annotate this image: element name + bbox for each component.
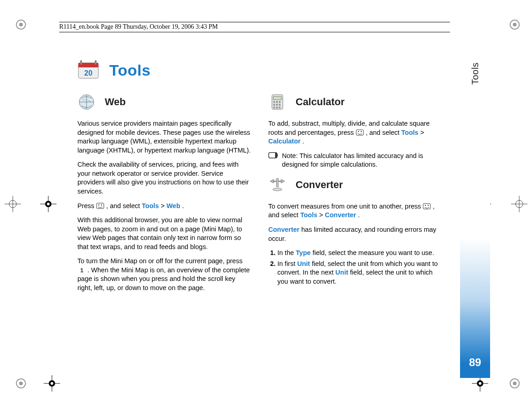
svg-point-29 xyxy=(479,382,481,385)
converter-icon xyxy=(268,176,286,194)
calculator-icon xyxy=(268,93,286,111)
right-column: Calculator To add, substract, multiply, … xyxy=(268,93,442,298)
svg-point-52 xyxy=(358,131,359,132)
converter-steps: In the Type field, select the measure yo… xyxy=(268,249,442,286)
link-calculator: Calculator xyxy=(268,138,301,145)
side-tab: Tools 89 xyxy=(460,27,490,378)
crop-mark-icon xyxy=(511,196,527,212)
menu-key-icon xyxy=(423,203,431,209)
svg-point-37 xyxy=(98,204,99,205)
svg-rect-44 xyxy=(279,101,281,103)
svg-rect-49 xyxy=(276,107,278,108)
link-web: Web xyxy=(166,202,180,209)
converter-step-1: In the Type field, select the measure yo… xyxy=(277,249,442,258)
svg-point-53 xyxy=(361,131,362,132)
link-tools: Tools xyxy=(142,202,159,209)
svg-point-25 xyxy=(51,382,53,385)
svg-marker-57 xyxy=(270,179,274,183)
converter-step-2: In first Unit field, select the unit fro… xyxy=(277,260,442,286)
svg-rect-32 xyxy=(80,60,82,65)
crop-mark-icon xyxy=(13,375,29,392)
side-tab-label: Tools xyxy=(470,62,481,85)
page-title: Tools xyxy=(109,61,151,79)
web-p1: Various service providers maintain pages… xyxy=(77,119,251,155)
svg-rect-47 xyxy=(279,104,281,106)
svg-point-7 xyxy=(513,382,517,385)
converter-p2: Converter has limited accuracy, and roun… xyxy=(268,225,442,243)
crop-mark-icon xyxy=(506,375,523,392)
web-p3: Press , and select Tools > Web . xyxy=(77,202,251,211)
svg-rect-56 xyxy=(276,178,278,187)
web-p5: To turn the Mini Map on or off for the c… xyxy=(77,257,251,292)
svg-point-59 xyxy=(273,188,282,191)
svg-point-61 xyxy=(425,205,426,206)
svg-point-62 xyxy=(428,205,429,206)
svg-rect-41 xyxy=(273,97,281,100)
calculator-note: Note: This calculator has limited accura… xyxy=(268,152,442,169)
svg-rect-42 xyxy=(273,101,275,103)
svg-point-3 xyxy=(513,23,517,26)
svg-rect-45 xyxy=(273,104,275,106)
svg-marker-58 xyxy=(281,179,285,183)
crop-mark-icon xyxy=(44,375,60,392)
svg-rect-43 xyxy=(276,101,278,103)
converter-p1: To convert measures from one unit to ano… xyxy=(268,202,442,220)
menu-key-icon xyxy=(356,129,364,136)
svg-point-17 xyxy=(47,203,50,205)
link-converter: Converter xyxy=(268,226,300,233)
link-tools: Tools xyxy=(401,129,419,136)
calculator-p1: To add, substract, multiply, divide, and… xyxy=(268,119,442,146)
crop-mark-icon xyxy=(5,196,21,212)
section-web: Web Various service providers maintain p… xyxy=(77,93,251,298)
link-converter: Converter xyxy=(325,211,356,219)
note-icon xyxy=(268,152,278,169)
svg-text:20: 20 xyxy=(84,69,92,77)
field-unit: Unit xyxy=(297,260,310,267)
key-1-icon: 1 xyxy=(77,267,86,273)
crop-mark-icon xyxy=(506,16,523,33)
calculator-heading: Calculator xyxy=(296,95,345,109)
crop-mark-icon xyxy=(40,196,56,212)
field-type: Type xyxy=(296,249,311,256)
svg-point-38 xyxy=(101,204,102,205)
svg-rect-48 xyxy=(273,107,275,108)
svg-text:1: 1 xyxy=(80,267,83,273)
web-p2: Check the availability of services, pric… xyxy=(77,160,251,196)
link-tools: Tools xyxy=(300,211,317,219)
converter-heading: Converter xyxy=(296,178,343,192)
web-p4: With this additional browser, you are ab… xyxy=(77,216,251,251)
web-heading: Web xyxy=(105,95,126,109)
field-unit: Unit xyxy=(335,269,348,276)
doc-path: R1114_en.book Page 89 Thursday, October … xyxy=(59,22,450,32)
doc-path-text: R1114_en.book Page 89 Thursday, October … xyxy=(59,23,218,30)
crop-mark-icon xyxy=(13,16,29,33)
svg-rect-46 xyxy=(276,104,278,106)
svg-rect-50 xyxy=(279,107,281,108)
page-number: 89 xyxy=(460,356,490,369)
globe-icon xyxy=(77,93,96,111)
menu-key-icon xyxy=(96,203,104,209)
svg-point-5 xyxy=(19,382,23,385)
calendar-icon: 20 xyxy=(77,59,101,81)
page-content: 20 Tools Web Various service providers m… xyxy=(77,59,442,298)
svg-point-1 xyxy=(19,23,23,26)
svg-rect-33 xyxy=(95,60,97,65)
